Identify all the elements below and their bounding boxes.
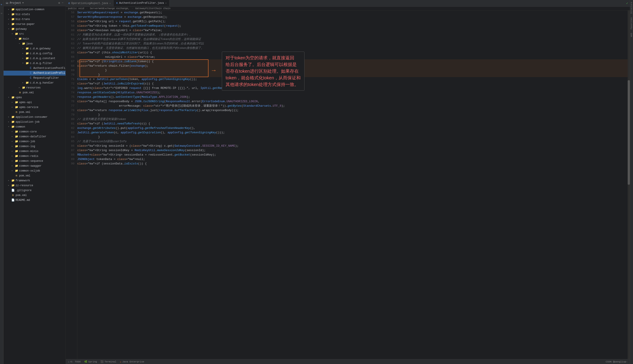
tree-item-c.d.m.gateway[interactable]: ▸📁c.d.m.gateway bbox=[4, 46, 66, 51]
structure-tab-icon[interactable]: S bbox=[0, 9, 4, 18]
web-label[interactable]: Web bbox=[630, 31, 633, 39]
tree-arrow: ▸ bbox=[8, 7, 11, 12]
code-line-73: log.warn(class="str">"EXPIRED request [{… bbox=[77, 86, 628, 90]
code-line-59: class="kw">String token = this.getTokenF… bbox=[77, 24, 628, 28]
sidebar: 🗂 Project ▼ ⚙ − ▸📁application-common▸📁bi… bbox=[4, 0, 66, 364]
tree-item-label: common-redis bbox=[19, 154, 38, 158]
tree-item-application-job[interactable]: ▸📁application-job bbox=[4, 120, 66, 124]
tree-item-RequestLogFilter[interactable]: CRequestLogFilter bbox=[4, 76, 66, 80]
tree-item-label: c.d.m.g.config bbox=[30, 51, 52, 56]
tab-close-2[interactable]: ✕ bbox=[165, 2, 167, 4]
status-terminal[interactable]: ⬛ Terminal bbox=[100, 360, 116, 363]
tree-item-pom-upms[interactable]: mpom.xml bbox=[4, 110, 66, 115]
status-enterprise-text: Java Enterprise bbox=[122, 360, 144, 363]
line-number-87: 87 bbox=[66, 148, 74, 153]
status-spring[interactable]: 🌿 Spring bbox=[84, 360, 97, 363]
tree-item-upms-api[interactable]: ▸📁upms-api bbox=[4, 100, 66, 105]
code-line-67: class="kw">if (StringUtils.isBlank(token… bbox=[77, 59, 628, 64]
tree-item-common-sequence[interactable]: ▸📁common-sequence bbox=[4, 159, 66, 164]
line-number-63: 63 bbox=[66, 42, 74, 46]
tree-item-label: framework bbox=[16, 178, 30, 183]
tree-item-pom-root[interactable]: mpom.xml bbox=[4, 193, 66, 198]
tree-item-main[interactable]: ▾📁main bbox=[4, 36, 66, 41]
tree-item-biz-trans[interactable]: ▸📁biz-trans bbox=[4, 17, 66, 22]
tree-item-common[interactable]: ▾📁common bbox=[4, 124, 66, 129]
tree-item-framework[interactable]: ▸📁framework bbox=[4, 178, 66, 183]
scrollbar-track[interactable] bbox=[628, 10, 630, 359]
tree-item-common-minio[interactable]: ▸📁common-minio bbox=[4, 149, 66, 154]
tab-actions: ✓ bbox=[624, 0, 630, 6]
tree-item-label: application-consumer bbox=[16, 115, 48, 119]
tree-arrow: ▸ bbox=[12, 154, 15, 158]
tree-item-resources[interactable]: ▸📁resources bbox=[4, 85, 66, 90]
line-number-83: 83 bbox=[66, 130, 74, 135]
status-enterprise[interactable]: ☕ Java Enterprise bbox=[120, 360, 144, 363]
status-csdn-text: CSDN @pangliup- bbox=[606, 360, 628, 363]
tree-item-label: RequestLogFilter bbox=[33, 76, 59, 80]
tree-item-upms-service[interactable]: ▸📁upms-service bbox=[4, 105, 66, 110]
tree-item-c.d.m.g.filter[interactable]: ▾📁c.d.m.g.filter bbox=[4, 61, 66, 66]
tree-item-common-log[interactable]: ▸📁common-log bbox=[4, 144, 66, 149]
tree-item-AuthenticationPostFilter[interactable]: CAuthenticationPostFilter bbox=[4, 66, 66, 71]
code-line-84: } bbox=[77, 135, 628, 139]
tree-item-course-paper[interactable]: ▸📁course-paper bbox=[4, 22, 66, 27]
tree-item-gateway[interactable]: ▾📁gateway bbox=[4, 27, 66, 32]
tree-arrow: ▾ bbox=[12, 32, 15, 36]
dropdown-arrow[interactable]: ▼ bbox=[22, 2, 24, 4]
tree-item-README[interactable]: 📄README.md bbox=[4, 198, 66, 203]
code-line-87: class="kw">String sessionIdKey = RedisKe… bbox=[77, 148, 628, 153]
tree-item-common-job[interactable]: ▸📁common-job bbox=[4, 139, 66, 144]
tree-item-pom-common[interactable]: mpom.xml bbox=[4, 173, 66, 178]
minimize-icon[interactable]: − bbox=[62, 1, 63, 5]
tree-item-AuthenticationPreFilter[interactable]: CAuthenticationPreFilter bbox=[4, 71, 66, 76]
project-tab-icon[interactable]: P bbox=[0, 0, 4, 9]
structure-label[interactable]: Structure bbox=[630, 0, 633, 16]
settings-icon[interactable]: ⚙ bbox=[58, 1, 60, 5]
code-content-wrapper[interactable]: ServerHttpRequest request = exchange.get… bbox=[77, 10, 628, 359]
code-line-58: class="kw">String url = request.getURI()… bbox=[77, 19, 628, 24]
tree-item-c.d.m.g.constant[interactable]: ▸📁c.d.m.g.constant bbox=[4, 56, 66, 61]
tree-item-gitignore[interactable]: 📄.gitignore bbox=[4, 188, 66, 193]
status-spring-text: Spring bbox=[88, 360, 97, 363]
tree-arrow: ▸ bbox=[12, 100, 15, 105]
tree-item-common-datafilter[interactable]: ▸📁common-datafilter bbox=[4, 134, 66, 139]
tree-arrow: ▸ bbox=[19, 86, 22, 90]
tab-operation-log[interactable]: C OperationLogAspect.java ✕ bbox=[66, 0, 114, 6]
tree-item-application-common[interactable]: ▸📁application-common bbox=[4, 7, 66, 12]
code-line-72: class="kw">if (JwtUtil.isNullOrExpired(c… bbox=[77, 82, 628, 86]
tree-arrow: ▸ bbox=[8, 22, 11, 26]
tree-item-pom-gateway[interactable]: mpom.xml bbox=[4, 90, 66, 95]
scrollbar-thumb[interactable] bbox=[628, 80, 630, 185]
tree-item-c.d.m.g.config[interactable]: ▸📁c.d.m.g.config bbox=[4, 51, 66, 56]
line-number-74: 74 bbox=[66, 90, 74, 95]
breadcrumb-text: public void · ServerWebExchange exchange… bbox=[68, 7, 170, 10]
favorites-label[interactable]: Favorites bbox=[630, 16, 633, 31]
line-numbers: 5657585960616263646566676869707172737475… bbox=[66, 10, 77, 359]
tree-item-common-redis[interactable]: ▸📁common-redis bbox=[4, 154, 66, 159]
folder-icon: 📁 bbox=[15, 134, 18, 139]
tree-item-java[interactable]: ▾📁java bbox=[4, 41, 66, 46]
tab-authentication-pre-filter[interactable]: C AuthenticationPreFilter.java ✕ bbox=[114, 0, 169, 6]
tree-item-label: common-xxljob bbox=[19, 169, 40, 173]
tree-item-common-swagger[interactable]: ▸📁common-swagger bbox=[4, 164, 66, 168]
tab-bar: C OperationLogAspect.java ✕ C Authentica… bbox=[66, 0, 630, 7]
tree-item-biz-stats[interactable]: ▸📁biz-stats bbox=[4, 12, 66, 17]
tree-item-c.d.m.g.handler[interactable]: ▸📁c.d.m.g.handler bbox=[4, 80, 66, 85]
status-problems[interactable]: ⚠ 6: TODO bbox=[68, 360, 81, 363]
tree-item-upms[interactable]: ▾📁upms bbox=[4, 95, 66, 100]
tree-arrow: ▸ bbox=[22, 51, 25, 56]
line-number-60: 60 bbox=[66, 28, 74, 33]
xml-file-icon: m bbox=[11, 193, 15, 198]
tab-close-1[interactable]: ✕ bbox=[109, 2, 111, 5]
code-line-69: } bbox=[77, 68, 628, 73]
tree-item-zz-resource[interactable]: ▸📁zz-resource bbox=[4, 183, 66, 188]
folder-icon: 📁 bbox=[11, 183, 15, 188]
tree-item-common-xxljob[interactable]: ▸📁common-xxljob bbox=[4, 168, 66, 173]
tree-item-label: common-core bbox=[19, 130, 37, 134]
tree-item-src[interactable]: ▾📁src bbox=[4, 32, 66, 36]
tree-item-label: biz-stats bbox=[16, 12, 30, 17]
side-labels: Structure Favorites Web bbox=[630, 0, 633, 364]
tree-item-common-core[interactable]: ▸📁common-core bbox=[4, 129, 66, 134]
tree-item-application-consumer[interactable]: ▸📁application-consumer bbox=[4, 115, 66, 120]
annotation-bubble: 对于token为空的请求，就直接返回给后台服务了。后台逻辑可以根据是否存在tok… bbox=[222, 52, 304, 91]
